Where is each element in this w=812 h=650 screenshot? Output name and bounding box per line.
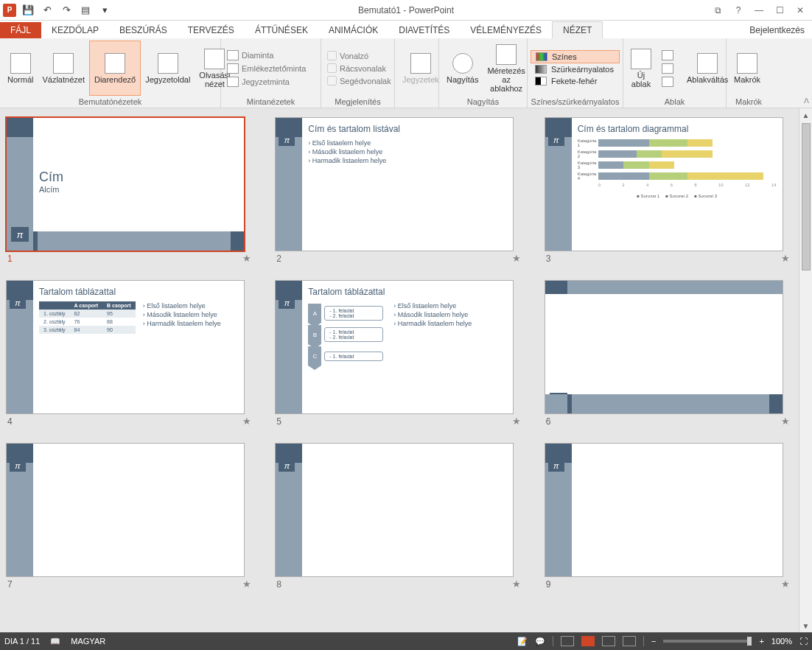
arrange-all-button[interactable]: [659, 49, 679, 62]
tab-design[interactable]: TERVEZÉS: [178, 22, 245, 38]
language-indicator[interactable]: MAGYAR: [71, 637, 105, 646]
slide-thumbnail-7[interactable]: π: [6, 443, 245, 577]
color-view-button[interactable]: Színes: [531, 50, 620, 63]
ribbon: Normál Vázlatnézet Diarendező Jegyzetold…: [0, 38, 812, 108]
scroll-thumb[interactable]: [802, 123, 811, 270]
ribbon-display-options[interactable]: ⧉: [709, 3, 727, 18]
zoom-slider[interactable]: [663, 640, 752, 643]
view-notespage-button[interactable]: Jegyzetoldal: [141, 41, 195, 96]
macros-button[interactable]: Makrók: [729, 41, 765, 96]
zoom-level[interactable]: 100%: [771, 637, 792, 646]
slide-thumbnail-9[interactable]: π: [545, 443, 783, 577]
slide-thumbnail-8[interactable]: π: [275, 443, 514, 577]
notes-toggle[interactable]: 📝: [517, 637, 528, 646]
window-minimize[interactable]: —: [750, 3, 768, 18]
transition-star-icon: ★: [242, 416, 251, 427]
slide-number: 4: [7, 416, 13, 427]
notes-master-button[interactable]: Jegyzetminta: [224, 75, 318, 88]
collapse-ribbon-button[interactable]: ᐱ: [804, 97, 809, 105]
workspace: π CímAlcím1★π Cím és tartalom listávalEl…: [0, 108, 812, 632]
fit-to-window-button[interactable]: Méretezés az ablakhoz: [483, 41, 529, 96]
switch-windows-button[interactable]: Ablakváltás: [682, 41, 732, 96]
transition-star-icon: ★: [242, 253, 251, 264]
view-outline-button[interactable]: Vázlatnézet: [38, 41, 88, 96]
slide-number: 6: [546, 416, 551, 427]
slide-number: 2: [276, 254, 281, 264]
ruler-checkbox[interactable]: Vonalzó: [324, 49, 391, 62]
qat-undo[interactable]: ↶: [40, 3, 55, 18]
window-close[interactable]: ✕: [791, 3, 809, 18]
scroll-up-icon[interactable]: ▲: [799, 108, 812, 122]
zoom-out-button[interactable]: −: [651, 637, 656, 646]
group-master-views: Mintanézetek: [224, 96, 318, 108]
qat-redo[interactable]: ↷: [59, 3, 74, 18]
reading-view-icon[interactable]: [602, 636, 615, 646]
group-notes: [398, 96, 435, 108]
transition-star-icon: ★: [512, 416, 521, 427]
help-icon[interactable]: ?: [729, 3, 747, 18]
slide-master-button[interactable]: Diaminta: [224, 49, 318, 62]
tab-review[interactable]: VÉLEMÉNYEZÉS: [460, 22, 552, 38]
spellcheck-icon[interactable]: 📖: [50, 637, 60, 646]
slide-thumbnail-4[interactable]: π Tartalom táblázattal A csoportB csopor…: [6, 280, 245, 414]
transition-star-icon: ★: [512, 579, 521, 590]
transition-star-icon: ★: [512, 253, 521, 264]
slide-thumbnail-5[interactable]: π Tartalom táblázattal A- 1. feladat- 2.…: [275, 280, 514, 414]
sign-in-link[interactable]: Bejelentkezés: [742, 22, 812, 38]
handout-master-button[interactable]: Emlékeztetőminta: [224, 62, 318, 75]
slide-number: 7: [7, 579, 13, 590]
slide-number: 9: [546, 579, 551, 590]
zoom-button[interactable]: Nagyítás: [442, 41, 483, 96]
group-macros: Makrók: [729, 96, 768, 108]
transition-star-icon: ★: [781, 253, 790, 264]
sorter-view-icon[interactable]: [581, 636, 595, 646]
view-slidesorter-button[interactable]: Diarendező: [89, 41, 141, 96]
move-split-button[interactable]: [659, 75, 679, 88]
slide-thumbnail-6[interactable]: π: [545, 280, 783, 414]
status-bar: DIA 1 / 11 📖 MAGYAR 📝 💬 − + 100% ⛶: [0, 632, 812, 650]
group-show: Megjelenítés: [324, 96, 391, 108]
zoom-in-button[interactable]: +: [759, 637, 763, 646]
slide-number: 8: [276, 579, 281, 590]
tab-file[interactable]: FÁJL: [0, 22, 41, 38]
slide-number: 1: [7, 254, 13, 264]
slide-sorter-area[interactable]: π CímAlcím1★π Cím és tartalom listávalEl…: [0, 108, 799, 632]
grayscale-view-button[interactable]: Szürkeárnyalatos: [531, 63, 620, 75]
bw-view-button[interactable]: Fekete-fehér: [531, 75, 620, 87]
fit-slide-icon[interactable]: ⛶: [799, 637, 808, 646]
transition-star-icon: ★: [781, 416, 790, 427]
qat-start-slideshow[interactable]: ▤: [78, 3, 93, 18]
window-maximize[interactable]: ☐: [771, 3, 788, 18]
tab-insert[interactable]: BESZÚRÁS: [109, 22, 178, 38]
transition-star-icon: ★: [781, 579, 790, 590]
view-normal-button[interactable]: Normál: [3, 41, 38, 96]
qat-save[interactable]: 💾: [21, 3, 35, 18]
slide-thumbnail-2[interactable]: π Cím és tartalom listávalElső listaelem…: [275, 117, 514, 251]
slide-number: 3: [546, 254, 551, 264]
slideshow-view-icon[interactable]: [623, 636, 636, 646]
gridlines-checkbox[interactable]: Rácsvonalak: [324, 62, 391, 74]
comments-toggle[interactable]: 💬: [535, 637, 545, 646]
normal-view-icon[interactable]: [561, 636, 574, 646]
new-window-button[interactable]: Új ablak: [626, 41, 656, 96]
tab-home[interactable]: KEZDŐLAP: [41, 22, 109, 38]
title-bar: P 💾 ↶ ↷ ▤ ▾ Bemutató1 - PowerPoint ⧉ ? —…: [0, 0, 812, 21]
slide-number: 5: [276, 416, 281, 427]
window-title: Bemutató1 - PowerPoint: [358, 5, 454, 15]
group-window: Ablak: [626, 96, 723, 108]
notes-button: Jegyzetek: [398, 41, 444, 96]
scroll-down-icon[interactable]: ▼: [799, 619, 812, 632]
slide-thumbnail-3[interactable]: π Cím és tartalom diagrammalKategória 1K…: [545, 117, 783, 251]
group-presentation-views: Bemutatónézetek: [3, 96, 217, 108]
tab-transitions[interactable]: ÁTTŰNÉSEK: [245, 22, 318, 38]
group-zoom: Nagyítás: [442, 96, 524, 108]
tab-view[interactable]: NÉZET: [552, 21, 603, 38]
tab-slideshow[interactable]: DIAVETÍTÉS: [388, 22, 460, 38]
slide-counter: DIA 1 / 11: [4, 637, 40, 646]
slide-thumbnail-1[interactable]: π CímAlcím: [6, 117, 245, 251]
guides-checkbox[interactable]: Segédvonalak: [324, 74, 391, 87]
cascade-button[interactable]: [659, 62, 679, 75]
vertical-scrollbar[interactable]: ▲ ▼: [799, 108, 812, 632]
qat-customize[interactable]: ▾: [97, 3, 112, 18]
tab-animations[interactable]: ANIMÁCIÓK: [318, 22, 388, 38]
